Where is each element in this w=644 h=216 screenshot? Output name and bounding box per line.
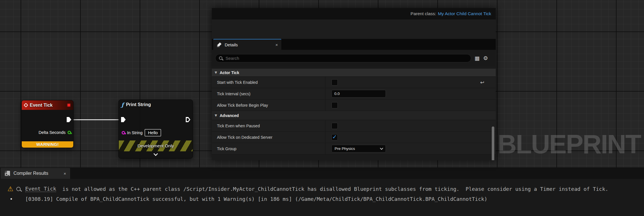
pin-label: Delta Seconds — [39, 130, 66, 135]
in-string-pin-icon[interactable] — [122, 131, 125, 134]
compiler-log-message: • [0308.19] Compile of BPA_ChildCannotTi… — [0, 195, 644, 203]
display-filter-icon[interactable]: ▦ — [475, 56, 480, 61]
dropdown-value: Pre Physics — [335, 146, 355, 151]
delta-seconds-pin-row[interactable]: Delta Seconds — [39, 130, 71, 135]
event-tick-link[interactable]: Event Tick — [25, 186, 56, 192]
property-label: Tick Interval (secs) — [217, 92, 250, 96]
compiler-message-list: ⚠ Event Tick is not allowed as the C++ p… — [0, 179, 644, 216]
in-string-value-field[interactable]: Hello — [145, 129, 161, 136]
event-tick-header[interactable]: Event Tick — [22, 100, 73, 110]
event-icon — [24, 103, 28, 108]
section-title: Advanced — [220, 113, 239, 118]
allow-tick-before-begin-play-checkbox[interactable] — [331, 102, 338, 108]
tick-group-dropdown[interactable]: Pre Physics — [331, 145, 386, 152]
details-panel: Parent class: My Actor Child Cannot Tick… — [212, 8, 496, 160]
node-expand-chevron-icon[interactable] — [153, 152, 158, 156]
tick-even-when-paused-checkbox[interactable] — [331, 123, 338, 129]
reset-to-default-icon[interactable]: ↩ — [480, 80, 484, 85]
tab-compiler-results[interactable]: Compiler Results × — [1, 168, 70, 179]
search-box[interactable] — [215, 54, 471, 62]
delta-seconds-pin-icon[interactable] — [68, 131, 71, 134]
details-scrollbar[interactable] — [492, 126, 494, 160]
chevron-down-icon — [380, 146, 383, 150]
section-title: Actor Tick — [220, 70, 239, 75]
expander-arrow-icon[interactable]: ▼ — [215, 71, 217, 74]
details-search-row: ▦ ⚙ — [212, 50, 496, 66]
panel-toolbar-area — [212, 19, 496, 39]
tick-interval-input[interactable] — [331, 90, 386, 98]
compiler-results-icon — [5, 171, 10, 176]
details-tab-bar: Details × — [212, 39, 496, 50]
property-label: Start with Tick Enabled — [217, 80, 258, 85]
start-with-tick-enabled-checkbox[interactable] — [331, 79, 338, 86]
section-header-actor-tick[interactable]: ▼ Actor Tick — [212, 69, 496, 77]
print-string-header[interactable]: ƒ Print String — [119, 100, 193, 110]
property-row-tick-group: Tick Group Pre Physics — [212, 143, 496, 154]
property-label: Tick Even when Paused — [217, 124, 260, 128]
warning-text: is not allowed as the C++ parent class /… — [56, 186, 608, 192]
allow-tick-on-dedicated-server-checkbox[interactable]: ✓ — [331, 134, 338, 140]
compiler-warning-message: ⚠ Event Tick is not allowed as the C++ p… — [0, 185, 644, 193]
property-label: Allow Tick Before Begin Play — [217, 103, 268, 108]
parent-class-link[interactable]: My Actor Child Cannot Tick — [438, 11, 491, 16]
warning-icon: ⚠ — [7, 186, 13, 192]
settings-gear-icon[interactable]: ⚙ — [483, 56, 488, 61]
property-row-tick-even-when-paused: Tick Even when Paused — [212, 120, 496, 132]
details-property-list: ▼ Actor Tick Start with Tick Enabled ↩ T… — [212, 66, 496, 160]
find-in-graph-icon[interactable] — [16, 187, 21, 191]
property-row-allow-tick-on-dedicated-server: Allow Tick on Dedicated Server ✓ — [212, 132, 496, 143]
section-header-advanced[interactable]: ▼ Advanced — [212, 111, 496, 120]
node-title: Event Tick — [30, 103, 53, 108]
node-title: Print String — [126, 102, 151, 107]
property-label: Tick Group — [217, 146, 236, 151]
close-tab-icon[interactable]: × — [275, 42, 278, 47]
close-tab-icon[interactable]: × — [64, 171, 66, 176]
event-tick-node[interactable]: Event Tick Delta Seconds WARNING! — [21, 100, 74, 148]
exec-output-pin[interactable] — [67, 117, 71, 122]
tab-label: Details — [225, 42, 238, 47]
details-pencil-icon — [217, 42, 222, 47]
property-row-allow-tick-before-begin-play: Allow Tick Before Begin Play — [212, 100, 496, 111]
function-icon: ƒ — [121, 102, 124, 108]
exec-wire — [71, 119, 121, 120]
tab-details[interactable]: Details × — [213, 39, 281, 50]
exec-input-pin[interactable] — [121, 117, 126, 122]
property-label: Allow Tick on Dedicated Server — [217, 135, 272, 140]
development-only-label: Development Only — [137, 143, 174, 148]
exec-output-pin[interactable] — [186, 117, 190, 122]
node-warning-banner: WARNING! — [22, 141, 73, 148]
property-row-start-with-tick-enabled: Start with Tick Enabled ↩ — [212, 77, 496, 88]
log-text: [0308.19] Compile of BPA_ChildCannotTick… — [25, 196, 487, 202]
pin-label: In String — [127, 130, 143, 135]
checkmark-icon: ✓ — [332, 134, 337, 140]
parent-class-label: Parent class: — [410, 11, 436, 16]
in-string-pin-row[interactable]: In String Hello — [122, 129, 161, 136]
bullet-icon: • — [10, 196, 13, 202]
tab-label: Compiler Results — [13, 171, 48, 176]
compiler-results-panel: Compiler Results × ⚠ Event Tick is not a… — [0, 167, 644, 216]
print-string-node[interactable]: ƒ Print String In String Hello Developme… — [118, 100, 193, 158]
parent-class-bar: Parent class: My Actor Child Cannot Tick — [212, 8, 496, 19]
compiler-tab-bar: Compiler Results × — [0, 167, 644, 179]
node-disabled-indicator-icon — [67, 103, 71, 107]
development-only-banner: Development Only — [119, 140, 193, 151]
blueprint-editor: BLUEPRINT Event Tick Delta Seconds WARNI… — [0, 0, 644, 216]
property-row-tick-interval: Tick Interval (secs) — [212, 88, 496, 100]
search-icon — [219, 56, 222, 60]
expander-arrow-icon[interactable]: ▼ — [215, 114, 217, 117]
search-input[interactable] — [225, 56, 467, 61]
blueprint-watermark: BLUEPRINT — [498, 129, 641, 159]
